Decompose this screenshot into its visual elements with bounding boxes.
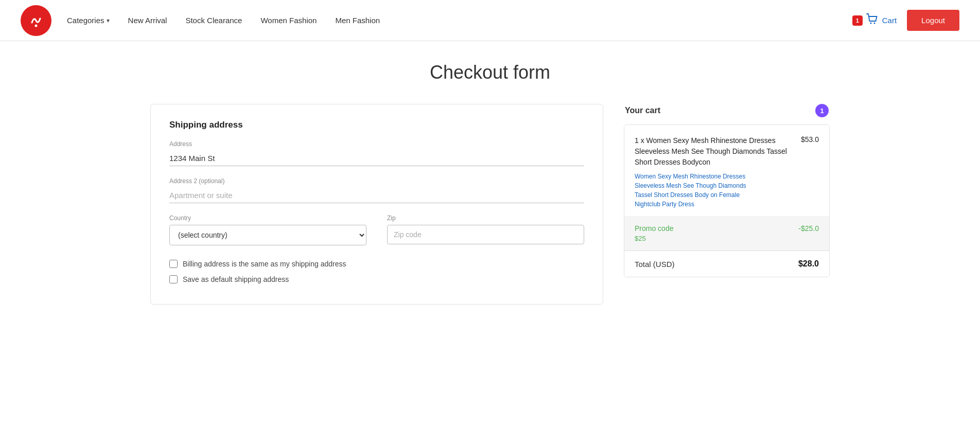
promo-label: Promo code bbox=[635, 224, 673, 233]
country-field-group: Country (select country) bbox=[169, 214, 366, 245]
billing-same-checkbox-label[interactable]: Billing address is the same as my shippi… bbox=[169, 260, 584, 268]
country-zip-row: Country (select country) Zip bbox=[169, 214, 584, 245]
cart-total-section: Total (USD) $28.0 bbox=[624, 251, 829, 277]
address-field-group: Address bbox=[169, 140, 584, 166]
save-default-checkbox-label[interactable]: Save as default shipping address bbox=[169, 275, 584, 283]
cart-link[interactable]: 1 Cart bbox=[852, 13, 897, 28]
promo-discount: -$25.0 bbox=[798, 224, 819, 233]
cart-item-section: 1 x Women Sexy Mesh Rhinestone Dresses S… bbox=[624, 125, 829, 216]
checkout-form: Shipping address Address Address 2 (opti… bbox=[150, 104, 603, 305]
cart-item-tag-1: Sleeveless Mesh See Though Diamonds bbox=[635, 182, 819, 189]
logo[interactable] bbox=[21, 5, 51, 36]
cart-item-tags: Women Sexy Mesh Rhinestone Dresses Sleev… bbox=[635, 173, 819, 208]
address2-label: Address 2 (optional) bbox=[169, 177, 584, 185]
address2-field-group: Address 2 (optional) bbox=[169, 177, 584, 203]
zip-input[interactable] bbox=[387, 225, 584, 244]
page-title: Checkout form bbox=[150, 62, 830, 83]
main-content: Checkout form Shipping address Address A… bbox=[130, 41, 850, 335]
nav-new-arrival[interactable]: New Arrival bbox=[128, 16, 167, 25]
cart-label: Cart bbox=[882, 16, 897, 25]
header-right: 1 Cart Logout bbox=[852, 10, 959, 31]
cart-card: 1 x Women Sexy Mesh Rhinestone Dresses S… bbox=[624, 124, 830, 277]
shipping-address-title: Shipping address bbox=[169, 120, 584, 130]
cart-item-tag-2: Tassel Short Dresses Body on Female bbox=[635, 191, 819, 199]
address-label: Address bbox=[169, 140, 584, 148]
total-label: Total (USD) bbox=[635, 260, 675, 269]
cart-item-name: 1 x Women Sexy Mesh Rhinestone Dresses S… bbox=[635, 135, 796, 168]
zip-label: Zip bbox=[387, 214, 584, 222]
nav-stock-clearance[interactable]: Stock Clearance bbox=[185, 16, 242, 25]
billing-same-checkbox[interactable] bbox=[169, 260, 178, 268]
promo-value: $25 bbox=[635, 235, 673, 242]
chevron-down-icon: ▾ bbox=[107, 17, 110, 24]
promo-left: Promo code $25 bbox=[635, 224, 673, 242]
cart-count-badge: 1 bbox=[815, 104, 829, 117]
cart-header: Your cart 1 bbox=[624, 104, 830, 117]
content-layout: Shipping address Address Address 2 (opti… bbox=[150, 104, 830, 305]
cart-item-tag-0: Women Sexy Mesh Rhinestone Dresses bbox=[635, 173, 819, 180]
cart-icon bbox=[866, 13, 879, 28]
cart-item-price: $53.0 bbox=[801, 135, 819, 144]
svg-point-3 bbox=[873, 23, 875, 24]
cart-item-tag-3: Nightclub Party Dress bbox=[635, 201, 819, 208]
logout-button[interactable]: Logout bbox=[907, 10, 959, 31]
svg-point-1 bbox=[35, 24, 38, 27]
cart-section: Your cart 1 1 x Women Sexy Mesh Rhinesto… bbox=[624, 104, 830, 277]
country-label: Country bbox=[169, 214, 366, 222]
address2-input[interactable] bbox=[169, 188, 584, 203]
country-select[interactable]: (select country) bbox=[169, 225, 366, 245]
cart-item-row: 1 x Women Sexy Mesh Rhinestone Dresses S… bbox=[635, 135, 819, 168]
save-default-label: Save as default shipping address bbox=[183, 275, 289, 283]
zip-field-group: Zip bbox=[387, 214, 584, 245]
header: Categories ▾ New Arrival Stock Clearance… bbox=[0, 0, 980, 41]
svg-point-2 bbox=[870, 23, 871, 24]
save-default-checkbox[interactable] bbox=[169, 275, 178, 283]
checkbox-group: Billing address is the same as my shippi… bbox=[169, 260, 584, 283]
cart-promo-section: Promo code $25 -$25.0 bbox=[624, 216, 829, 251]
cart-title: Your cart bbox=[625, 106, 660, 115]
nav-categories[interactable]: Categories ▾ bbox=[67, 16, 110, 25]
billing-same-label: Billing address is the same as my shippi… bbox=[183, 260, 346, 268]
nav-women-fashion[interactable]: Women Fashion bbox=[260, 16, 317, 25]
navigation: Categories ▾ New Arrival Stock Clearance… bbox=[67, 16, 852, 25]
total-value: $28.0 bbox=[798, 259, 819, 269]
nav-men-fashion[interactable]: Men Fashion bbox=[335, 16, 380, 25]
address-input[interactable] bbox=[169, 151, 584, 166]
cart-badge: 1 bbox=[852, 15, 863, 26]
